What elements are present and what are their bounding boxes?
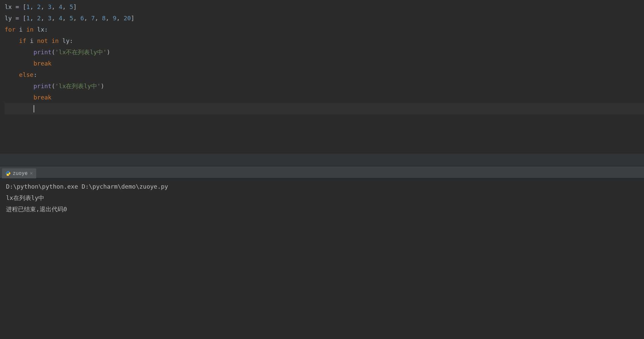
code-line-7[interactable]: else: (5, 69, 644, 81)
code-editor[interactable]: lx = [1, 2, 3, 4, 5] ly = [1, 2, 3, 4, 5… (0, 0, 644, 153)
code-line-6[interactable]: break (5, 58, 644, 69)
close-icon[interactable]: × (30, 171, 33, 176)
run-tab-zuoye[interactable]: zuoye × (2, 168, 36, 178)
pane-splitter[interactable] (0, 153, 644, 166)
code-line-5[interactable]: print('lx不在列表ly中') (5, 47, 644, 58)
code-line-1[interactable]: lx = [1, 2, 3, 4, 5] (5, 1, 644, 13)
console-command: D:\python\python.exe D:\pycharm\demo\zuo… (6, 181, 638, 192)
variable-lx: lx (5, 3, 12, 10)
variable-ly: ly (5, 15, 12, 22)
run-console[interactable]: D:\python\python.exe D:\pycharm\demo\zuo… (0, 178, 644, 339)
code-line-8[interactable]: print('lx在列表ly中') (5, 81, 644, 92)
code-line-3[interactable]: for i in lx: (5, 24, 644, 35)
code-line-2[interactable]: ly = [1, 2, 3, 4, 5, 6, 7, 8, 9, 20] (5, 13, 644, 24)
run-tab-label: zuoye (13, 170, 28, 176)
console-output: lx在列表ly中 (6, 192, 638, 204)
text-cursor (34, 105, 34, 112)
code-line-9[interactable]: break (5, 92, 644, 103)
run-tab-bar: zuoye × (0, 166, 644, 178)
console-exit: 进程已结束,退出代码0 (6, 204, 638, 215)
code-line-4[interactable]: if i not in ly: (5, 35, 644, 47)
python-icon (5, 171, 11, 176)
code-line-10-current[interactable] (5, 103, 644, 114)
